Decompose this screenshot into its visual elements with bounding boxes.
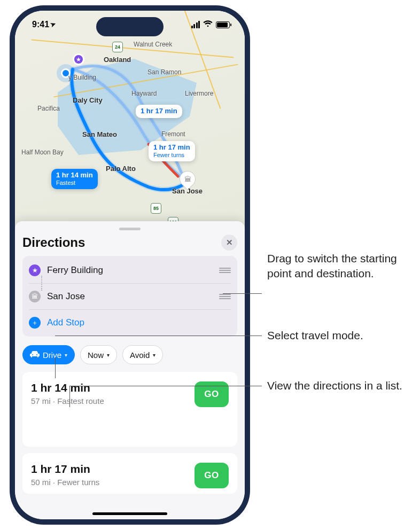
add-stop-label: Add Stop [47,317,231,328]
status-time: 9:41 [32,20,49,29]
city-label: Hayward [131,90,157,97]
plus-icon: ＋ [29,317,41,329]
reorder-handle-icon[interactable] [219,267,231,274]
city-label: Pacifica [37,105,60,112]
route-callout-sub: Fastest [56,180,93,186]
highway-shield-icon: 24 [112,42,123,52]
annotation-leader [223,293,262,294]
city-label: San Mateo [82,130,117,138]
chevron-down-icon: ▾ [107,352,110,358]
close-icon: ✕ [226,238,233,247]
travel-mode-chip[interactable]: Drive ▾ [22,345,75,364]
stop-row-origin[interactable]: ★ Ferry Building [29,257,231,283]
annotation-leader [55,357,56,378]
route-callout-alt1[interactable]: 1 hr 17 min Fewer turns [149,141,195,161]
map-view[interactable]: ★ 🏛 Walnut CreekOaklandSan Ramony Buildi… [15,11,245,229]
building-icon: 🏛 [29,291,41,302]
sheet-grabber[interactable] [119,228,141,230]
city-label: Half Moon Bay [21,149,64,156]
annotation-leader [69,386,262,386]
sheet-title: Directions [22,235,85,250]
route-callout-time: 1 hr 17 min [141,107,177,115]
city-label: Daly City [73,96,103,104]
route-sub: 50 mi · Fewer turns [31,478,99,487]
route-card[interactable]: 1 hr 17 min 50 mi · Fewer turns GO [22,453,237,494]
car-icon [30,350,40,360]
avoid-chip[interactable]: Avoid ▾ [122,345,163,364]
chip-label: Avoid [130,350,150,360]
go-button[interactable]: GO [195,463,229,488]
chevron-down-icon: ▾ [65,352,67,358]
destination-label: San Jose [47,291,213,302]
directions-sheet[interactable]: Directions ✕ ★ Ferry Building [15,221,245,519]
annotation-list: View the directions in a list. [267,378,402,393]
favorite-pin-icon[interactable]: ★ [73,53,84,65]
route-card[interactable]: 1 hr 14 min 57 mi · Fastest route GO [22,372,237,447]
route-callout-sub: Fewer turns [153,152,190,159]
chip-label: Now [88,350,104,360]
depart-time-chip[interactable]: Now ▾ [80,345,117,364]
city-label: y Building [68,74,96,81]
location-services-icon: ➤ [49,20,57,29]
chevron-down-icon: ▾ [153,352,155,358]
route-time: 1 hr 17 min [31,463,99,476]
add-stop-row[interactable]: ＋ Add Stop [29,309,231,336]
stops-card: ★ Ferry Building 🏛 San Jose [22,256,237,337]
route-sub: 57 mi · Fastest route [31,396,104,406]
home-indicator[interactable] [92,512,167,515]
city-label: Walnut Creek [134,41,172,48]
city-label: San Ramon [147,68,181,76]
annotation-leader [69,386,70,407]
close-button[interactable]: ✕ [221,235,237,251]
annotation-mode: Select travel mode. [267,328,363,343]
city-label: Palo Alto [106,165,136,173]
route-callout-time: 1 hr 14 min [56,171,93,179]
city-label: Fremont [161,130,185,138]
annotation-drag: Drag to switch the starting point and de… [267,251,417,282]
city-label: Oakland [104,56,131,64]
stop-row-destination[interactable]: 🏛 San Jose [29,283,231,309]
cellular-signal-icon [191,21,200,28]
city-label: Livermore [185,90,213,97]
wifi-icon [203,20,213,29]
route-time: 1 hr 14 min [31,381,104,394]
battery-icon [216,21,230,28]
highway-shield-icon: 85 [151,203,161,214]
chip-label: Drive [43,350,61,360]
annotation-leader [55,336,262,336]
route-callout-primary[interactable]: 1 hr 14 min Fastest [51,169,98,189]
reorder-handle-icon[interactable] [219,293,231,300]
route-callout-time: 1 hr 17 min [153,143,190,151]
city-label: San Jose [172,187,203,195]
route-callout-alt2[interactable]: 1 hr 17 min [136,105,182,118]
phone-screen: 9:41 ➤ [15,11,245,519]
origin-label: Ferry Building [47,265,213,276]
phone-frame: 9:41 ➤ [10,5,250,525]
star-icon: ★ [29,264,41,276]
dynamic-island [96,17,164,36]
